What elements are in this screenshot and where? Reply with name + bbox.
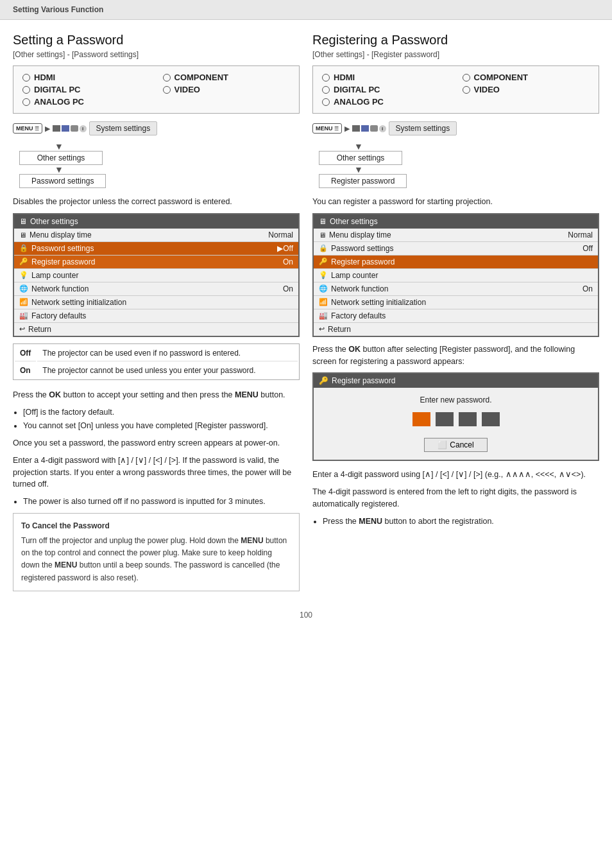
left-row-2: 🔑 Register password On	[14, 256, 298, 269]
right-body4: The 4-digit password is entered from the…	[312, 486, 599, 510]
r-row-icon-2: 🔑	[319, 257, 328, 266]
menu-icon: MENU ☰	[13, 123, 42, 134]
row-val-1: ▶Off	[277, 244, 293, 253]
row-label-4: 🌐 Network function	[19, 284, 89, 293]
radio-analogpc	[22, 98, 30, 106]
r-radio-analogpc	[322, 98, 330, 106]
r-row-icon-7: ↩	[319, 325, 325, 333]
menu-text: MENU	[16, 125, 33, 132]
radio-video	[163, 86, 171, 94]
r-row-icon-1: 🔒	[319, 244, 328, 252]
row-val-2: On	[283, 257, 293, 266]
desc-row-off: Off The projector can be used even if no…	[15, 345, 298, 361]
row-label-7: ↩ Return	[19, 325, 51, 334]
top-bar: Setting Various Function	[0, 0, 612, 20]
r-row-text-1: Password settings	[331, 244, 393, 253]
row-icon-2: 🔑	[19, 257, 28, 266]
r-row-text-5: Network setting initialization	[331, 298, 426, 307]
input-label-hdmi: HDMI	[34, 73, 55, 82]
flow-arrow-1: ▶	[45, 125, 50, 133]
row-text-2: Register password	[31, 257, 95, 266]
input-label-video: VIDEO	[174, 85, 200, 94]
r-menu-icon: MENU ☰	[312, 123, 342, 134]
pwd-box-1	[412, 412, 430, 426]
flow-box-password: Password settings	[19, 174, 106, 188]
desc-text-on: The projector cannot be used unless you …	[37, 363, 298, 378]
input-label-digitalpc: DIGITAL PC	[34, 85, 80, 94]
right-section-subtitle: [Other settings] - [Register password]	[312, 50, 599, 59]
register-dialog-title: Register password	[332, 376, 395, 385]
right-row-5: 📶 Network setting initialization	[314, 296, 598, 309]
password-boxes	[327, 412, 585, 426]
icon-sq1	[53, 125, 60, 132]
right-bullet-1: Press the MENU button to abort the regis…	[323, 516, 599, 528]
right-table-header: 🖥 Other settings	[314, 214, 598, 229]
right-row-0: 🖥 Menu display time Normal	[314, 229, 598, 242]
right-row-1: 🔒 Password settings Off	[314, 242, 598, 256]
left-desc: Disables the projector unless the correc…	[13, 196, 300, 208]
r-row-label-4: 🌐 Network function	[319, 284, 388, 293]
r-row-icon-4: 🌐	[319, 284, 328, 293]
left-bullets1: [Off] is the factory default. You cannot…	[13, 406, 300, 433]
r-radio-video	[463, 86, 470, 94]
desc-label-on: On	[15, 363, 36, 378]
r-row-icon-0: 🖥	[319, 231, 326, 239]
r-row-text-0: Menu display time	[329, 230, 391, 239]
r-row-text-6: Factory defaults	[331, 311, 386, 320]
register-dialog-header: 🔑 Register password	[314, 374, 598, 388]
r-input-video: VIDEO	[463, 85, 590, 94]
cancel-btn-container: ⬜ Cancel	[327, 434, 585, 452]
left-body2: Once you set a password, the password en…	[13, 437, 300, 449]
row-val-0: Normal	[268, 230, 293, 239]
row-icon-0: 🖥	[19, 231, 26, 239]
pwd-box-2	[436, 412, 454, 426]
cancel-label: Cancel	[450, 440, 473, 449]
row-label-6: 🏭 Factory defaults	[19, 311, 86, 320]
right-row-2: 🔑 Register password	[314, 256, 598, 269]
cancel-button[interactable]: ⬜ Cancel	[424, 438, 487, 452]
pwd-box-3	[459, 412, 477, 426]
right-row-7: ↩ Return	[314, 323, 598, 336]
r-row-icon-6: 🏭	[319, 311, 328, 320]
r-menu-text: MENU	[316, 125, 333, 132]
r-label-hdmi: HDMI	[334, 73, 355, 82]
note-title: To Cancel the Password	[21, 520, 291, 532]
left-body3: Enter a 4-digit password with [∧] / [∨] …	[13, 455, 300, 490]
input-option-component: COMPONENT	[163, 73, 291, 82]
left-column: Setting a Password [Other settings] - [P…	[13, 33, 300, 591]
r-row-text-2: Register password	[331, 257, 395, 266]
row-label-5: 📶 Network setting initialization	[19, 298, 126, 307]
r-icon-sq3	[370, 125, 378, 132]
left-row-1: 🔒 Password settings ▶Off	[14, 242, 298, 256]
r-row-val-1: Off	[582, 244, 593, 253]
left-settings-table: 🖥 Other settings 🖥 Menu display time Nor…	[13, 213, 300, 337]
right-flow-top: MENU ☰ ▶ i System settings	[312, 121, 599, 135]
r-row-icon-5: 📶	[319, 298, 328, 306]
r-label-component: COMPONENT	[474, 73, 529, 82]
row-text-3: Lamp counter	[31, 271, 78, 280]
row-text-4: Network function	[31, 284, 89, 293]
right-body3: Enter a 4-digit password using [∧] / [<]…	[312, 469, 599, 481]
left-input-grid: HDMI COMPONENT DIGITAL PC VIDEO ANALOG P…	[22, 73, 290, 107]
r-row-label-7: ↩ Return	[319, 325, 351, 334]
input-label-component: COMPONENT	[174, 73, 229, 82]
r-label-digitalpc: DIGITAL PC	[334, 85, 380, 94]
note-text: Turn off the projector and unplug the po…	[21, 536, 287, 582]
left-row-3: 💡 Lamp counter	[14, 269, 298, 282]
row-label-3: 💡 Lamp counter	[19, 271, 78, 280]
left-flow-top: MENU ☰ ▶ i System settings	[13, 121, 300, 135]
radio-hdmi	[22, 74, 30, 82]
row-icon-7: ↩	[19, 325, 25, 333]
left-flow-steps: ▼ Other settings ▼ Password settings	[19, 142, 300, 188]
r-row-label-6: 🏭 Factory defaults	[319, 311, 386, 320]
desc-row-on: On The projector cannot be used unless y…	[15, 363, 298, 378]
arrow-down-1: ▼	[55, 142, 61, 151]
register-dialog: 🔑 Register password Enter new password. …	[312, 372, 599, 461]
register-prompt: Enter new password.	[327, 395, 585, 404]
r-arrow-down-1: ▼	[354, 142, 361, 151]
r-input-hdmi: HDMI	[322, 73, 450, 82]
right-row-4: 🌐 Network function On	[314, 282, 598, 296]
row-icon-1: 🔒	[19, 244, 28, 252]
bullet-2a: The power is also turned off if no passw…	[23, 496, 300, 508]
flow-box-other: Other settings	[19, 151, 103, 165]
